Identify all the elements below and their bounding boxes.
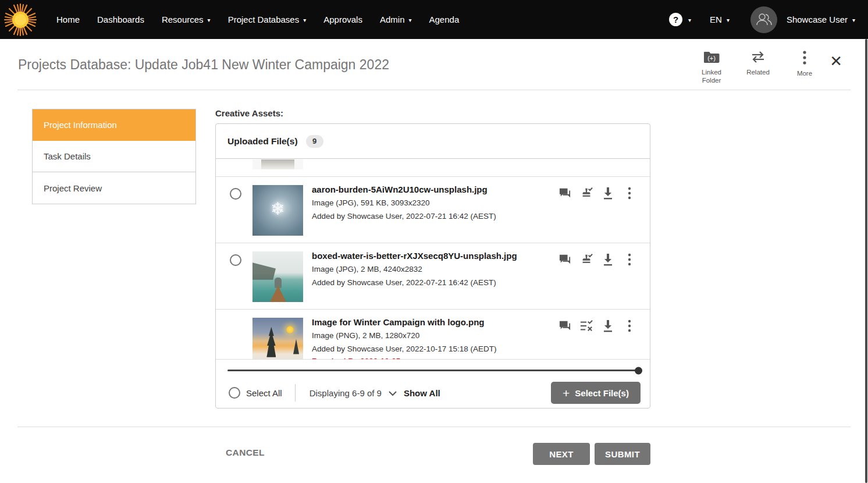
thumbnail-image [261, 159, 294, 169]
user-name-label: Showcase User [787, 15, 848, 24]
select-files-button[interactable]: + Select File(s) [551, 382, 641, 404]
caret-down-icon: ▾ [303, 17, 306, 23]
file-row-winter-campaign: Image for Winter Campaign with logo.png … [216, 310, 650, 360]
header-divider [17, 90, 851, 90]
approval-stamp-icon[interactable] [580, 253, 593, 266]
uploaded-files-panel: Uploaded File(s) 9 ❄ aaron-burden-5AiWn2… [215, 123, 650, 409]
select-all-radio[interactable] [229, 387, 240, 399]
file-list: ❄ aaron-burden-5AiWn2U10cw-unsplash.jpg … [216, 159, 650, 360]
caret-down-icon[interactable]: ▾ [688, 17, 691, 23]
comments-icon[interactable] [558, 319, 571, 332]
submit-button[interactable]: SUBMIT [595, 443, 650, 465]
file-actions [558, 319, 636, 332]
file-thumbnail[interactable] [252, 318, 303, 360]
sidebar-item-project-review[interactable]: Project Review [33, 172, 195, 204]
show-all-button[interactable]: Show All [404, 388, 440, 398]
file-actions [558, 187, 636, 200]
sunburst-logo-icon [3, 3, 37, 37]
task-checklist-icon[interactable] [580, 319, 593, 332]
thumbnail-tree [266, 327, 276, 357]
file-row-boxed-water: boxed-water-is-better-rXJXsecq8YU-unspla… [216, 243, 650, 310]
user-avatar[interactable] [750, 6, 777, 33]
file-actions [558, 253, 636, 266]
more-dots-icon[interactable] [623, 253, 636, 266]
file-name: Image for Winter Campaign with logo.png [312, 317, 556, 328]
more-button[interactable]: More [788, 50, 821, 85]
displaying-label: Displaying 6-9 of 9 [310, 388, 382, 398]
file-list-footer: Select All Displaying 6-9 of 9 Show All … [216, 378, 650, 408]
file-added-by: Added by Showcase User, 2022-07-21 16:42… [312, 211, 556, 222]
file-meta: Image (JPG), 591 KB, 3093x2320 [312, 197, 556, 209]
required-by-label: Required By 2022-10-25 [312, 357, 556, 360]
comments-icon[interactable] [558, 253, 571, 266]
more-dots-icon[interactable] [623, 187, 636, 200]
more-dots-icon[interactable] [623, 319, 636, 332]
related-arrows-icon [750, 50, 766, 64]
chevron-down-icon [389, 391, 397, 396]
file-meta: Image (PNG), 2 MB, 1280x720 [312, 330, 556, 342]
uploaded-files-header: Uploaded File(s) 9 [216, 124, 650, 159]
select-all-control[interactable]: Select All [229, 387, 282, 399]
header-action-buttons: (+) Linked Folder Related More [695, 50, 821, 85]
user-menu[interactable]: Showcase User ▾ [787, 15, 855, 24]
app-logo[interactable] [0, 0, 41, 39]
select-files-label: Select File(s) [575, 388, 629, 398]
caret-down-icon: ▾ [727, 17, 730, 23]
paging-dropdown[interactable]: Displaying 6-9 of 9 [310, 388, 397, 398]
download-icon[interactable] [602, 253, 614, 266]
thumbnail-sun [286, 326, 294, 333]
related-label: Related [746, 69, 770, 77]
linked-folder-button[interactable]: (+) Linked Folder [695, 50, 728, 85]
file-added-by: Added by Showcase User, 2022-07-21 16:42… [312, 277, 556, 289]
nav-item-project-databases[interactable]: Project Databases▾ [219, 0, 315, 39]
file-thumbnail[interactable] [252, 159, 303, 169]
users-icon [755, 12, 773, 27]
select-all-label: Select All [246, 388, 282, 398]
nav-item-dashboards[interactable]: Dashboards [88, 0, 153, 39]
step-sidebar: Project Information Task Details Project… [32, 109, 196, 204]
download-icon[interactable] [602, 319, 614, 332]
nav-item-admin[interactable]: Admin▾ [371, 0, 421, 39]
thumbnail-canoe [269, 286, 287, 302]
sidebar-item-task-details[interactable]: Task Details [33, 141, 195, 172]
next-button[interactable]: NEXT [533, 443, 590, 465]
nav-item-home[interactable]: Home [48, 0, 88, 39]
horizontal-scrollbar[interactable] [227, 370, 641, 371]
caret-down-icon: ▾ [852, 17, 855, 23]
uploaded-files-title: Uploaded File(s) [227, 136, 298, 147]
close-icon[interactable]: ✕ [830, 54, 842, 69]
file-info: boxed-water-is-better-rXJXsecq8YU-unspla… [312, 250, 556, 289]
related-button[interactable]: Related [741, 50, 775, 85]
file-name: aaron-burden-5AiWn2U10cw-unsplash.jpg [312, 184, 556, 196]
language-selector[interactable]: EN ▾ [710, 15, 730, 24]
file-thumbnail[interactable]: ❄ [252, 185, 303, 236]
comments-icon[interactable] [558, 187, 571, 200]
scrollbar-thumb[interactable] [635, 367, 642, 374]
snowflake-image: ❄ [271, 198, 285, 219]
linked-folder-label: Linked Folder [695, 69, 728, 85]
approval-stamp-icon[interactable] [580, 187, 593, 200]
linked-folder-icon: (+) [703, 50, 720, 64]
page-scrollbar[interactable] [865, 39, 867, 483]
file-row-aaron-burden: ❄ aaron-burden-5AiWn2U10cw-unsplash.jpg … [216, 177, 650, 243]
file-select-radio[interactable] [230, 254, 241, 266]
top-navigation-bar: Home Dashboards Resources▾ Project Datab… [0, 0, 868, 39]
nav-item-agenda[interactable]: Agenda [421, 0, 468, 39]
more-label: More [797, 70, 812, 78]
thumbnail-tree [293, 339, 299, 354]
thumbnail-snow [252, 358, 303, 360]
plus-icon: + [563, 387, 570, 399]
caret-down-icon: ▾ [408, 17, 411, 23]
thumbnail-mountain [252, 262, 276, 280]
sidebar-item-project-information[interactable]: Project Information [33, 109, 195, 141]
file-thumbnail[interactable] [252, 251, 303, 302]
caret-down-icon: ▾ [208, 17, 211, 23]
file-added-by: Added by Showcase User, 2022-10-17 15:18… [312, 343, 556, 355]
file-select-radio[interactable] [230, 188, 241, 200]
download-icon[interactable] [602, 187, 614, 200]
cancel-button[interactable]: CANCEL [226, 448, 265, 458]
nav-right-cluster: ? ▾ EN ▾ Showcase User ▾ [669, 6, 868, 33]
help-icon[interactable]: ? [669, 13, 682, 26]
nav-item-approvals[interactable]: Approvals [315, 0, 371, 39]
nav-item-resources[interactable]: Resources▾ [153, 0, 219, 39]
